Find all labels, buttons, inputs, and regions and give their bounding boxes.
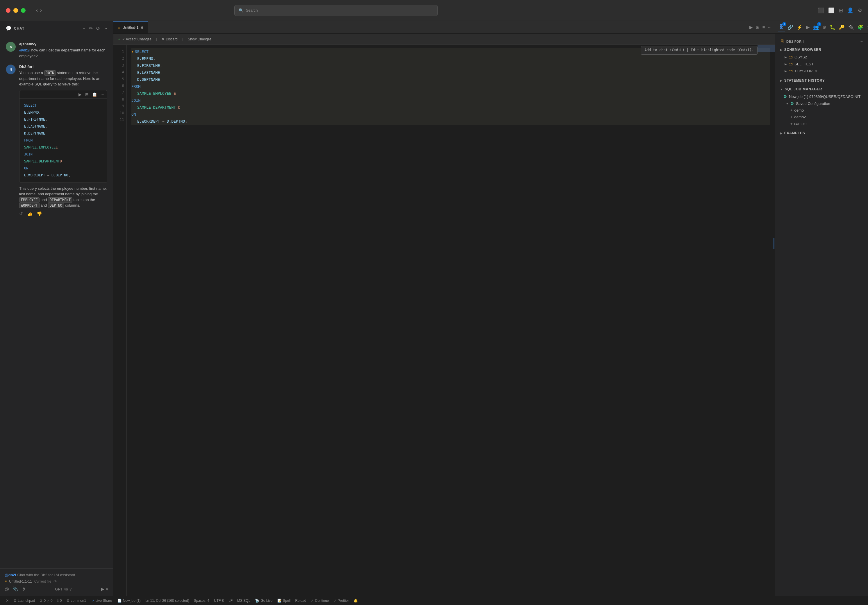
- traffic-light-yellow[interactable]: [13, 8, 18, 13]
- layout-icon[interactable]: ⊞: [839, 7, 843, 14]
- saved-demo[interactable]: + demo: [779, 107, 865, 114]
- run-config-icon[interactable]: ▶: [805, 23, 811, 31]
- code-copy-icon[interactable]: 📋: [92, 92, 97, 97]
- panel-toggle-icon[interactable]: ⬜: [828, 7, 835, 14]
- thumbs-down-icon[interactable]: 👎: [37, 211, 42, 217]
- code-copy-sql-icon[interactable]: ⊞: [85, 92, 89, 97]
- new-job-status-item[interactable]: 📄 New job (1): [115, 596, 143, 605]
- editor-line-11: E.WORKDEPT = D.DEPTNO ;: [132, 118, 770, 125]
- db-icon-active[interactable]: 🗄 1: [778, 23, 785, 31]
- chat-more-icon[interactable]: ···: [104, 26, 107, 31]
- statement-history-header[interactable]: ▶ STATEMENT HISTORY: [779, 77, 865, 84]
- col-deptno: D.DEPTNO: [167, 118, 185, 125]
- line-num-7: 7: [116, 89, 124, 96]
- team-badge: 1: [817, 22, 821, 26]
- schema-browser-header[interactable]: ▶ SCHEMA BROWSER: [779, 46, 865, 53]
- schema-icon[interactable]: 🔗: [786, 23, 794, 31]
- continue-status-item[interactable]: ✓ Continue: [308, 596, 331, 605]
- code-editor[interactable]: Add to chat (Cmd+L) | Edit highlighted c…: [127, 45, 775, 596]
- db-badge: 1: [782, 22, 786, 26]
- thumbs-up-icon[interactable]: 👍: [27, 211, 33, 217]
- go-live-icon: 📡: [255, 599, 259, 603]
- close-status-item[interactable]: ✕: [3, 596, 11, 605]
- retry-icon[interactable]: ↺: [19, 211, 23, 217]
- notifications-status-item[interactable]: 🔔: [351, 596, 360, 605]
- team-icon[interactable]: 👥 1: [812, 23, 820, 31]
- new-job-item[interactable]: ⚙ New job (1) 979899/QUSER/QZDASOINIT: [779, 93, 865, 100]
- attachment-icon[interactable]: 📎: [12, 586, 18, 592]
- suggestion-hint: Add to chat (Cmd+L) | Edit highlighted c…: [641, 46, 758, 55]
- go-live-status-item[interactable]: 📡 Go Live: [253, 596, 275, 605]
- new-chat-icon[interactable]: +: [82, 26, 85, 31]
- sql-job-manager-header[interactable]: ▼ SQL JOB MANAGER: [779, 85, 865, 93]
- schema-toystore3-label: TOYSTORE3: [794, 69, 817, 73]
- profile-icon: ⚙: [66, 599, 70, 603]
- schema-toystore3[interactable]: ▶ 🗃 TOYSTORE3: [779, 67, 865, 74]
- spell-status-item[interactable]: 📝 Spell: [275, 596, 293, 605]
- tab-file-icon: ≡: [118, 26, 120, 29]
- editor-toolbar: ✓ ✓ Accept Changes | ✕ Discard | Show Ch…: [113, 34, 775, 45]
- run-icon[interactable]: ▶: [749, 25, 753, 30]
- schema-selftest[interactable]: ▶ 🗃 SELFTEST: [779, 60, 865, 67]
- grid-icon[interactable]: ⊞: [756, 25, 760, 30]
- live-share-status-item[interactable]: ↗ Live Share: [88, 596, 115, 605]
- launchpad-status-item[interactable]: ⚙ Launchpad: [11, 596, 37, 605]
- discard-button[interactable]: ✕ Discard: [162, 37, 178, 41]
- code-more-icon[interactable]: ···: [101, 92, 104, 97]
- profile-status-item[interactable]: ⚙ common1: [64, 596, 88, 605]
- prettier-status-item[interactable]: ✓ Prettier: [332, 596, 352, 605]
- search-bar[interactable]: 🔍 Search: [234, 5, 438, 16]
- errors-status-item[interactable]: ⊘ 0 △ 0: [37, 596, 55, 605]
- editor-more-icon[interactable]: ···: [768, 25, 772, 29]
- saved-config-item[interactable]: ▼ ⚙ Saved Configuration: [779, 100, 865, 107]
- key-icon[interactable]: 🔑: [838, 23, 846, 31]
- list-icon[interactable]: ≡: [763, 25, 765, 29]
- debug-icon[interactable]: 🐛: [828, 23, 837, 31]
- active-tab[interactable]: ≡ Untitled-1: [113, 21, 148, 33]
- search-placeholder: Search: [246, 8, 258, 12]
- gpt-select[interactable]: GPT 4o ∨: [55, 587, 72, 591]
- editor-content: 1 2 3 4 5 6 7 8 9 10 11 Add to chat (Cmd…: [113, 45, 775, 596]
- encoding-status-item[interactable]: UTF-8: [212, 596, 226, 605]
- chat-edit-icon[interactable]: ✏: [89, 26, 93, 31]
- spaces-status-item[interactable]: Spaces: 4: [192, 596, 212, 605]
- schema-qsys2[interactable]: ▶ 🗃 QSYS2: [779, 53, 865, 60]
- plugin-icon[interactable]: 🔌: [847, 23, 855, 31]
- account-icon[interactable]: 👤: [847, 7, 854, 14]
- chat-history-icon[interactable]: ⟳: [96, 26, 100, 31]
- ext-icon[interactable]: 🧩: [856, 23, 865, 31]
- user-mention: @db2i: [19, 48, 30, 52]
- eye-icon[interactable]: 👁: [53, 579, 57, 583]
- nav-forward-button[interactable]: ›: [40, 7, 42, 13]
- cursor-pos-status-item[interactable]: Ln 11, Col 26 (160 selected): [143, 596, 192, 605]
- traffic-light-green[interactable]: [21, 8, 26, 13]
- tab-modified-dot: [141, 26, 143, 29]
- examples-header[interactable]: ▶ EXAMPLES: [779, 129, 865, 137]
- job-running-icon: ⚙: [783, 94, 787, 99]
- panel-more-btn[interactable]: ···: [860, 39, 863, 44]
- panel-title-text: DB2 FOR I: [786, 40, 804, 43]
- at-icon[interactable]: @: [5, 587, 9, 592]
- prettier-label: Prettier: [338, 599, 349, 603]
- sidebar-toggle-icon[interactable]: ⬛: [818, 7, 824, 14]
- line-ending-status-item[interactable]: LF: [226, 596, 235, 605]
- send-chevron-icon: ∨: [105, 587, 108, 591]
- filter-icon[interactable]: ⊕: [821, 23, 827, 31]
- send-button[interactable]: ▶ ∨: [101, 587, 108, 591]
- language-status-item[interactable]: MS SQL: [235, 596, 253, 605]
- sql-icon[interactable]: ⚡: [796, 23, 804, 31]
- live-share-label: Live Share: [95, 599, 112, 603]
- saved-sample[interactable]: + sample: [779, 120, 865, 127]
- settings-icon[interactable]: ⚙: [857, 7, 862, 14]
- code-run-icon[interactable]: ▶: [79, 92, 82, 97]
- saved-demo2[interactable]: + demo2: [779, 114, 865, 120]
- reload-status-item[interactable]: Reload: [293, 596, 308, 605]
- show-changes-button[interactable]: Show Changes: [188, 37, 211, 41]
- traffic-light-red[interactable]: [6, 8, 11, 13]
- nav-back-button[interactable]: ‹: [36, 7, 38, 13]
- nav-arrows: ‹ ›: [36, 7, 42, 13]
- info-status-item[interactable]: ℹ 0: [55, 596, 64, 605]
- play-circle-icon[interactable]: ▷: [866, 23, 868, 31]
- accept-changes-button[interactable]: ✓ ✓ Accept Changes: [118, 37, 152, 41]
- microphone-icon[interactable]: 🎙: [22, 587, 26, 592]
